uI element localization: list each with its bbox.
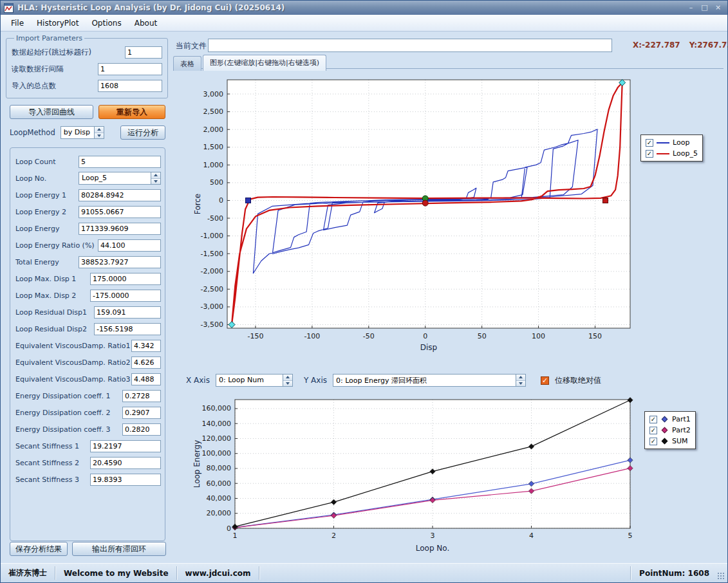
svg-text:20,000: 20,000	[207, 509, 232, 517]
param-label: Loop Energy 1	[15, 191, 79, 199]
current-file-input[interactable]	[208, 39, 612, 52]
loop-method-value: by Disp	[61, 127, 94, 138]
param-input[interactable]	[94, 323, 161, 335]
param-input[interactable]	[79, 206, 161, 218]
loop5-checkbox[interactable]: ✓	[646, 150, 653, 158]
param-input[interactable]	[131, 340, 161, 352]
maximize-button[interactable]: □	[698, 3, 711, 13]
spinner-up-icon[interactable]	[283, 375, 292, 380]
svg-text:-2,000: -2,000	[201, 267, 223, 275]
loop-line-sample	[657, 142, 669, 143]
param-input[interactable]	[122, 390, 161, 402]
svg-text:80,000: 80,000	[207, 464, 232, 472]
svg-text:1: 1	[233, 532, 238, 540]
svg-text:40,000: 40,000	[207, 494, 232, 503]
svg-text:-1,000: -1,000	[201, 232, 223, 240]
param-input[interactable]	[90, 440, 161, 452]
menu-options[interactable]: Options	[85, 16, 127, 30]
param-row: Loop Energy 2	[15, 203, 161, 220]
param-input[interactable]	[131, 356, 161, 369]
import-parameters-title: Import Parameters	[14, 34, 84, 42]
spinner-down-icon[interactable]	[151, 178, 160, 185]
sum-checkbox[interactable]: ✓	[649, 438, 657, 445]
param-label: Energy Dissipation coeff. 2	[15, 409, 122, 417]
svg-text:-50: -50	[363, 332, 375, 340]
reimport-button[interactable]: 重新导入	[98, 105, 165, 119]
import-param-input[interactable]	[125, 46, 162, 59]
spinner-down-icon[interactable]	[95, 133, 104, 139]
param-row: Energy Dissipation coeff. 1	[15, 387, 161, 404]
minimize-button[interactable]: –	[685, 3, 697, 13]
svg-text:500: 500	[210, 178, 223, 187]
spinner-up-icon[interactable]	[95, 127, 104, 133]
loop5-legend-label: Loop_5	[673, 149, 698, 158]
param-input[interactable]	[131, 373, 161, 385]
resize-grip-icon[interactable]	[717, 572, 725, 580]
app-icon	[4, 3, 14, 13]
param-input[interactable]	[79, 156, 161, 168]
param-row: Loop Max. Disp 2	[15, 287, 161, 304]
import-param-input[interactable]	[98, 63, 162, 75]
tab-table[interactable]: 表格	[173, 56, 201, 71]
param-label: Loop Energy Ratio (%)	[15, 241, 98, 250]
svg-text:160,000: 160,000	[202, 404, 232, 412]
menu-file[interactable]: File	[5, 16, 30, 30]
param-input[interactable]	[94, 306, 161, 319]
status-website[interactable]: www.jdcui.com	[178, 569, 259, 578]
energy-legend: ✓ Part1 ✓ Part2 ✓ SUM	[644, 411, 696, 449]
param-input[interactable]	[90, 457, 161, 469]
menu-historyplot[interactable]: HistoryPlot	[30, 16, 85, 30]
loop-no-spinner[interactable]: Loop_5	[79, 172, 161, 185]
svg-text:4: 4	[529, 532, 534, 540]
part2-legend-label: Part2	[672, 426, 691, 434]
x-axis-spinner[interactable]: 0: Loop Num	[216, 374, 293, 387]
param-row: Loop Residual Disp1	[15, 304, 161, 320]
param-input[interactable]	[122, 407, 161, 419]
legend-row-loop: ✓ Loop	[646, 138, 698, 147]
loop-method-spinner[interactable]: by Disp	[61, 126, 104, 139]
loop-checkbox[interactable]: ✓	[646, 139, 653, 147]
param-input[interactable]	[79, 189, 161, 201]
loop-no-spinner-value: Loop_5	[79, 172, 151, 184]
y-axis-spinner[interactable]: 0: Loop Energy 滞回环面积	[333, 374, 526, 387]
param-input[interactable]	[79, 256, 161, 268]
menu-about[interactable]: About	[128, 16, 163, 30]
part1-checkbox[interactable]: ✓	[649, 416, 657, 423]
param-input[interactable]	[90, 474, 161, 486]
svg-text:-3,000: -3,000	[201, 302, 223, 311]
title-bar[interactable]: HLA: Hysteristic Loop Analysis (by Dr. J…	[1, 1, 727, 15]
tab-graph[interactable]: 图形(左键缩放|右键拖动|右键选项)	[203, 55, 326, 71]
save-results-button[interactable]: 保存分析结果	[10, 542, 68, 556]
import-param-input[interactable]	[98, 80, 162, 92]
run-analysis-button[interactable]: 运行分析	[120, 125, 165, 140]
hysteresis-chart[interactable]: -150-100-50050100150-3,500-3,000-2,500-2…	[191, 75, 642, 361]
param-row: Equivalent ViscousDamp. Ratio2 (%)	[15, 354, 161, 371]
import-parameters-rows: 数据起始行(跳过标题行)读取数据行间隔导入的总点数	[12, 44, 162, 94]
spinner-down-icon[interactable]	[516, 380, 525, 387]
param-input[interactable]	[90, 273, 161, 285]
import-loops-button[interactable]: 导入滞回曲线	[10, 105, 93, 119]
part2-checkbox[interactable]: ✓	[649, 427, 657, 434]
svg-text:140,000: 140,000	[202, 420, 232, 428]
spinner-up-icon[interactable]	[516, 375, 525, 380]
import-parameters-group: Import Parameters 数据起始行(跳过标题行)读取数据行间隔导入的…	[6, 34, 168, 98]
spinner-up-icon[interactable]	[151, 172, 160, 178]
svg-text:Force: Force	[193, 194, 202, 214]
energy-chart[interactable]: 12345020,00040,00060,00080,000100,000120…	[191, 393, 642, 558]
svg-text:Disp: Disp	[420, 343, 437, 352]
svg-text:5: 5	[628, 532, 633, 540]
abs-displacement-checkbox[interactable]: ✓	[541, 376, 549, 385]
close-button[interactable]: ×	[712, 3, 724, 13]
param-input[interactable]	[98, 239, 161, 252]
import-param-row: 数据起始行(跳过标题行)	[12, 44, 162, 60]
param-input[interactable]	[79, 223, 161, 235]
param-input[interactable]	[122, 423, 161, 436]
param-label: Equivalent ViscousDamp. Ratio2 (%)	[15, 358, 131, 367]
svg-text:1,500: 1,500	[203, 143, 224, 151]
param-input[interactable]	[90, 290, 161, 302]
svg-text:Loop Energy: Loop Energy	[192, 440, 201, 488]
spinner-down-icon[interactable]	[283, 380, 292, 387]
svg-text:0: 0	[219, 196, 223, 205]
svg-text:-2,500: -2,500	[201, 285, 223, 293]
export-loops-button[interactable]: 输出所有滞回环	[72, 542, 166, 556]
